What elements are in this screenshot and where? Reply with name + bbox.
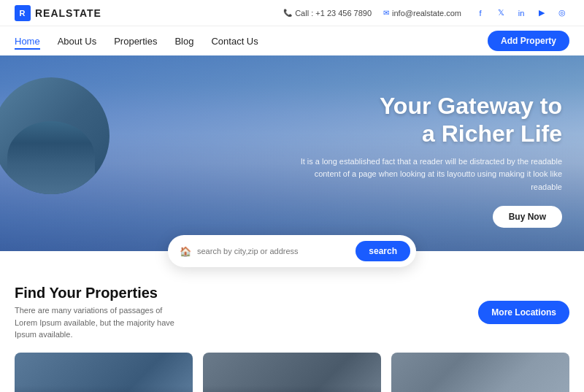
property-card-1[interactable] — [15, 353, 193, 393]
property-card-2[interactable] — [203, 353, 381, 393]
nav-link-contact[interactable]: Contact Us — [211, 36, 258, 47]
properties-title: Find Your Properties — [15, 285, 175, 301]
nav-link-about[interactable]: About Us — [58, 36, 96, 47]
phone-icon: 📞 — [283, 9, 292, 17]
email-icon: ✉ — [383, 9, 389, 17]
hero-subtitle: It is a long established fact that a rea… — [285, 155, 562, 194]
logo-icon: R — [15, 5, 31, 21]
hero-section: Your Gateway to a Richer Life It is a lo… — [0, 55, 584, 251]
properties-info: Find Your Properties There are many vari… — [15, 285, 175, 341]
twitter-icon[interactable]: 𝕏 — [493, 6, 508, 20]
nav-link-blog[interactable]: Blog — [174, 36, 193, 47]
properties-header: Find Your Properties There are many vari… — [15, 285, 569, 341]
property-cards — [15, 353, 569, 393]
nav-item-home[interactable]: Home — [15, 34, 40, 47]
header: R REALSTATE 📞 Call : +1 23 456 7890 ✉ in… — [0, 0, 584, 26]
logo-text: REALSTATE — [35, 7, 101, 19]
email-text: info@realstate.com — [392, 9, 461, 18]
nav-item-blog[interactable]: Blog — [174, 34, 193, 47]
nav-item-about[interactable]: About Us — [58, 34, 96, 47]
nav: Home About Us Properties Blog Contact Us… — [0, 26, 584, 55]
phone-text: Call : +1 23 456 7890 — [295, 9, 372, 18]
buy-now-button[interactable]: Buy Now — [493, 206, 562, 228]
facebook-icon[interactable]: f — [473, 6, 488, 20]
nav-link-home[interactable]: Home — [15, 36, 40, 50]
more-locations-button[interactable]: More Locations — [478, 301, 569, 324]
search-button[interactable]: search — [356, 241, 410, 261]
nav-item-contact[interactable]: Contact Us — [211, 34, 258, 47]
youtube-icon[interactable]: ▶ — [534, 6, 549, 20]
instagram-icon[interactable]: ◎ — [555, 6, 569, 20]
nav-links: Home About Us Properties Blog Contact Us — [15, 34, 258, 47]
nav-item-properties[interactable]: Properties — [114, 34, 157, 47]
phone-contact: 📞 Call : +1 23 456 7890 — [283, 9, 372, 18]
search-bar: 🏠 search — [168, 235, 416, 267]
properties-description: There are many variations of passages of… — [15, 304, 175, 341]
linkedin-icon[interactable]: in — [514, 6, 529, 20]
add-property-button[interactable]: Add Property — [488, 31, 569, 51]
search-input[interactable] — [197, 247, 350, 255]
hero-person-circle — [0, 77, 110, 194]
email-contact: ✉ info@realstate.com — [383, 9, 461, 18]
header-contact: 📞 Call : +1 23 456 7890 ✉ info@realstate… — [283, 6, 569, 20]
search-container: 🏠 search — [0, 235, 584, 267]
logo: R REALSTATE — [15, 5, 101, 21]
hero-title: Your Gateway to a Richer Life — [285, 92, 562, 148]
properties-section: Find Your Properties There are many vari… — [0, 267, 584, 392]
nav-link-properties[interactable]: Properties — [114, 36, 157, 47]
search-location-icon: 🏠 — [180, 246, 191, 257]
property-card-3[interactable] — [391, 353, 569, 393]
social-icons: f 𝕏 in ▶ ◎ — [473, 6, 569, 20]
hero-content: Your Gateway to a Richer Life It is a lo… — [285, 92, 562, 228]
